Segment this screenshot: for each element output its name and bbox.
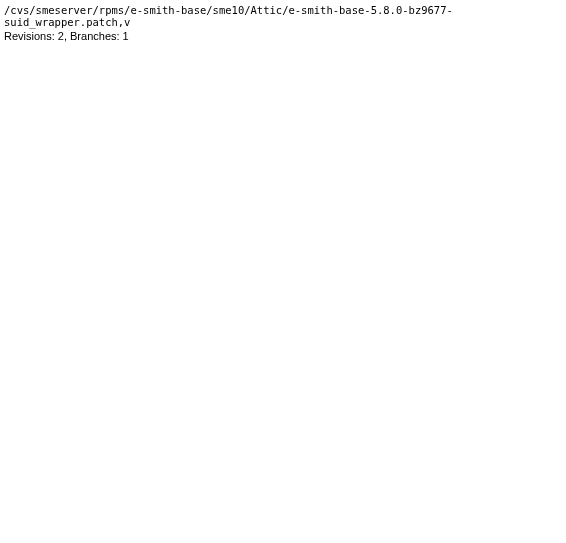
revisions-summary: Revisions: 2, Branches: 1: [4, 30, 562, 42]
repo-path: /cvs/smeserver/rpms/e-smith-base/sme10/A…: [4, 4, 562, 28]
